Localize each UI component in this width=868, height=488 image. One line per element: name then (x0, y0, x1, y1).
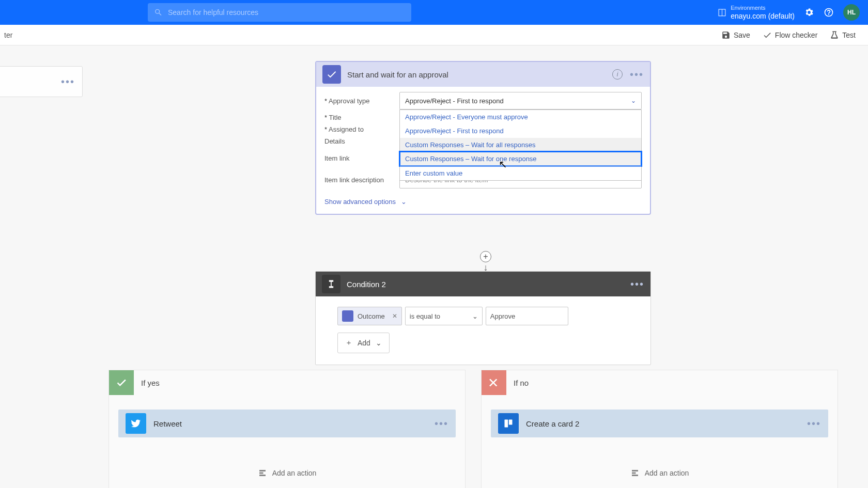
remove-token-icon[interactable]: ✕ (392, 312, 397, 320)
save-icon (721, 30, 731, 40)
more-menu-icon[interactable]: ••• (435, 418, 448, 430)
search-icon (154, 8, 163, 17)
global-search[interactable] (148, 3, 411, 22)
svg-rect-1 (509, 420, 513, 425)
outcome-token-icon (342, 310, 353, 322)
condition-icon (322, 275, 340, 293)
dropdown-option[interactable]: Custom Responses – Wait for all response… (400, 138, 641, 152)
label-assigned-to: Assigned to (324, 125, 399, 133)
retweet-action-card[interactable]: Retweet ••• (118, 410, 456, 437)
add-action-icon (630, 468, 640, 478)
if-yes-header: If yes (109, 370, 465, 395)
command-bar: ter Save Flow checker Test (0, 25, 868, 45)
twitter-icon (126, 413, 146, 434)
approval-card-header[interactable]: Start and wait for an approval i ••• (316, 62, 650, 87)
if-no-branch: If no Create a card 2 ••• Add an action (481, 370, 838, 488)
show-advanced-options[interactable]: Show advanced options ⌄ (324, 198, 407, 206)
chevron-down-icon: ⌄ (376, 339, 382, 347)
dropdown-custom-value[interactable]: Enter custom value (400, 166, 641, 180)
if-no-header: If no (482, 370, 838, 395)
plus-icon: ＋ (345, 338, 352, 348)
save-button[interactable]: Save (721, 30, 750, 40)
more-menu-icon[interactable]: ••• (807, 418, 821, 430)
help-icon[interactable] (824, 7, 834, 18)
approval-type-dropdown: Approve/Reject - Everyone must approve A… (399, 109, 642, 181)
chevron-down-icon: ⌄ (401, 198, 407, 206)
label-approval-type: Approval type (324, 97, 399, 105)
condition-right-operand[interactable]: Approve (486, 307, 568, 325)
flow-checker-icon (763, 30, 772, 40)
approval-type-select[interactable]: Approve/Reject - First to respond ⌄ (399, 92, 642, 109)
dropdown-option-highlighted[interactable]: Custom Responses – Wait for one response (400, 152, 641, 166)
svg-rect-0 (505, 420, 508, 428)
user-avatar[interactable]: HL (843, 4, 860, 21)
label-item-link-desc: Item link description (324, 176, 399, 184)
settings-gear-icon[interactable] (804, 7, 814, 18)
more-menu-icon[interactable]: ••• (630, 69, 644, 81)
close-icon (482, 370, 506, 395)
add-action-icon (258, 468, 267, 478)
nav-label-fragment: ter (4, 31, 12, 39)
add-action-button[interactable]: Add an action (118, 468, 456, 478)
plus-icon[interactable]: + (480, 251, 491, 262)
dropdown-option[interactable]: Approve/Reject - Everyone must approve (400, 110, 641, 124)
label-item-link: Item link (324, 154, 399, 162)
condition-branches: If yes Retweet ••• Add an action (109, 370, 838, 488)
search-input[interactable] (168, 8, 405, 17)
environment-icon: ◫ (718, 6, 726, 18)
add-step-connector[interactable]: + ↓ (480, 251, 491, 273)
chevron-down-icon: ⌄ (472, 312, 478, 320)
condition-left-operand[interactable]: Outcome ✕ (337, 307, 402, 325)
flow-canvas[interactable]: ••• Start and wait for an approval i •••… (0, 45, 868, 488)
trello-icon (498, 413, 519, 434)
more-menu-icon[interactable]: ••• (61, 76, 75, 88)
environment-picker[interactable]: ◫ Environments enayu.com (default) (718, 4, 795, 21)
condition-header[interactable]: Condition 2 ••• (316, 272, 650, 296)
dropdown-option[interactable]: Approve/Reject - First to respond (400, 124, 641, 138)
add-action-button[interactable]: Add an action (491, 468, 828, 478)
check-icon (109, 370, 134, 395)
add-condition-button[interactable]: ＋ Add ⌄ (337, 333, 390, 353)
approval-card-title: Start and wait for an approval (347, 70, 606, 79)
flow-checker-button[interactable]: Flow checker (763, 30, 817, 40)
approval-icon (322, 65, 341, 84)
info-icon[interactable]: i (612, 69, 623, 80)
test-beaker-icon (830, 30, 839, 40)
chevron-down-icon: ⌄ (631, 97, 636, 104)
condition-title: Condition 2 (347, 280, 624, 289)
label-details: Details (324, 137, 399, 145)
partial-trigger-card[interactable]: ••• (0, 66, 83, 97)
env-name: enayu.com (default) (731, 11, 795, 21)
if-yes-branch: If yes Retweet ••• Add an action (109, 370, 466, 488)
approval-action-card: Start and wait for an approval i ••• App… (315, 61, 651, 215)
env-heading: Environments (731, 4, 795, 11)
top-app-bar: ◫ Environments enayu.com (default) HL (0, 0, 868, 25)
more-menu-icon[interactable]: ••• (630, 278, 644, 290)
label-title: Title (324, 114, 399, 121)
test-button[interactable]: Test (830, 30, 856, 40)
condition-operator-select[interactable]: is equal to ⌄ (405, 307, 483, 325)
condition-card: Condition 2 ••• Outcome ✕ is equal to ⌄ … (315, 271, 651, 365)
create-card-action[interactable]: Create a card 2 ••• (491, 410, 828, 437)
